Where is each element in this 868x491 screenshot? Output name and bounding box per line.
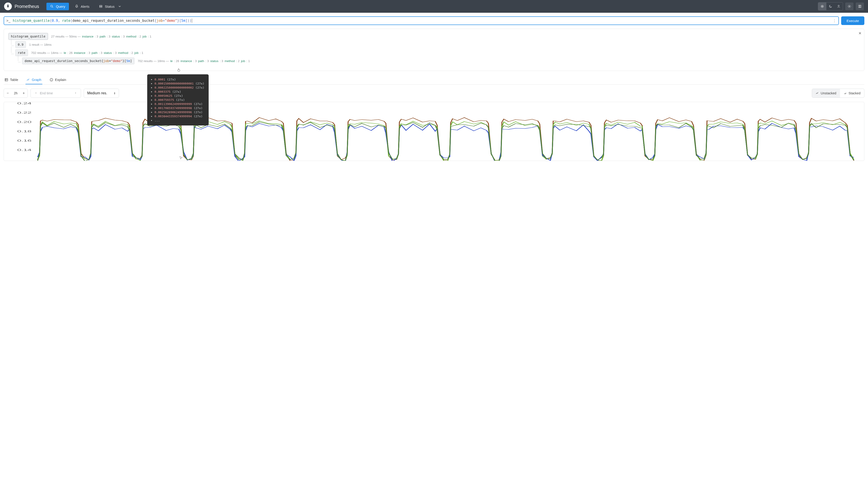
primary-nav: Query Alerts Status — [47, 3, 125, 10]
query-tree: ✕ histogram_quantile 27 results — 50ms —… — [4, 29, 864, 71]
node-meta: 702 results — 18ms — le: 26 instance: 3 … — [138, 59, 250, 63]
theme-dark[interactable] — [826, 2, 835, 10]
range-stepper: − 2h + — [4, 89, 28, 98]
node-chip[interactable]: 0.9 — [15, 41, 26, 48]
theme-toggle — [818, 2, 843, 10]
tree-node: 0.9 1 result — 18ms — [15, 41, 860, 48]
tab-explain[interactable]: Explain — [49, 76, 67, 84]
svg-text:0.18: 0.18 — [17, 130, 31, 133]
nav-alerts[interactable]: Alerts — [71, 3, 93, 10]
docs-button[interactable] — [856, 2, 864, 10]
prompt-icon: >_ — [6, 19, 10, 23]
content: >_ histogram_quantile(0.9, rate(demo_api… — [0, 13, 868, 165]
end-time-next-button[interactable] — [72, 89, 79, 97]
node-chip[interactable]: histogram_quantile — [8, 33, 48, 40]
bell-icon — [75, 4, 79, 8]
nav-alerts-label: Alerts — [81, 4, 89, 8]
range-increase-button[interactable]: + — [20, 89, 28, 97]
tab-label: Table — [10, 78, 18, 82]
svg-point-0 — [51, 5, 53, 7]
settings-button[interactable] — [845, 2, 853, 10]
query-text: histogram_quantile(0.9, rate(demo_api_re… — [13, 19, 194, 23]
theme-auto[interactable] — [835, 2, 843, 10]
end-time-prev-button[interactable] — [32, 89, 40, 97]
book-icon — [858, 4, 862, 8]
logo-group: Prometheus — [4, 2, 39, 10]
area-chart-icon — [844, 92, 847, 95]
end-time-input[interactable] — [40, 91, 72, 95]
hand-cursor-icon — [177, 68, 181, 72]
nav-status[interactable]: Status — [95, 3, 125, 10]
svg-rect-2 — [100, 7, 102, 7]
unstacked-button[interactable]: Unstacked — [812, 89, 840, 97]
node-meta: 27 results — 50ms — instance: 3 path: 3 … — [51, 35, 152, 38]
nav-status-label: Status — [105, 4, 115, 8]
graph-icon — [26, 78, 30, 82]
resolution-label: Medium res. — [87, 91, 107, 95]
tab-table[interactable]: Table — [4, 76, 19, 84]
end-time-picker — [30, 89, 81, 98]
tab-label: Graph — [32, 78, 42, 82]
tree-node-leaf: demo_api_request_duration_seconds_bucket… — [22, 58, 860, 64]
user-icon — [837, 4, 840, 8]
close-tree-button[interactable]: ✕ — [859, 31, 861, 35]
execute-button[interactable]: Execute — [841, 17, 864, 25]
moon-icon — [829, 4, 832, 8]
svg-rect-6 — [5, 79, 8, 81]
line-chart-icon — [816, 92, 819, 95]
svg-point-3 — [821, 6, 823, 7]
topbar-right — [818, 2, 864, 10]
table-icon — [4, 78, 8, 82]
svg-text:0.14: 0.14 — [17, 148, 31, 151]
query-input[interactable]: >_ histogram_quantile(0.9, rate(demo_api… — [4, 17, 839, 25]
svg-point-5 — [849, 6, 850, 7]
tab-graph[interactable]: Graph — [26, 76, 42, 84]
select-caret-icon: ▲▼ — [113, 92, 115, 94]
query-menu-button[interactable]: ⋮ — [833, 19, 836, 23]
theme-light[interactable] — [818, 2, 826, 10]
resolution-select[interactable]: Medium res. ▲▼ — [84, 89, 119, 98]
graph-controls: − 2h + Medium res. ▲▼ Unstacked Stacked — [4, 89, 864, 98]
node-chip[interactable]: rate — [15, 49, 28, 56]
topbar: Prometheus Query Alerts Status — [0, 0, 868, 13]
stacked-button[interactable]: Stacked — [840, 89, 864, 97]
tree-node-root: histogram_quantile 27 results — 50ms — i… — [8, 33, 860, 40]
svg-point-4 — [838, 5, 839, 6]
info-icon — [50, 78, 53, 82]
tab-label: Explain — [55, 78, 66, 82]
chart-canvas: 0.140.160.180.200.220.24 — [4, 102, 864, 161]
prometheus-logo-icon — [4, 2, 12, 10]
chart: 0.140.160.180.200.220.24 — [4, 102, 864, 161]
range-value: 2h — [11, 91, 20, 95]
svg-text:0.22: 0.22 — [17, 111, 31, 114]
server-icon — [99, 4, 103, 8]
label-values-tooltip: 0.0001 (27x)0.00015000000000000001 (27x)… — [147, 74, 209, 125]
chevron-down-icon — [118, 4, 121, 8]
svg-text:0.24: 0.24 — [17, 102, 31, 105]
svg-text:0.16: 0.16 — [17, 139, 31, 142]
node-chip[interactable]: demo_api_request_duration_seconds_bucket… — [22, 58, 134, 64]
stack-toggle: Unstacked Stacked — [812, 89, 864, 98]
gear-icon — [847, 4, 851, 8]
query-row: >_ histogram_quantile(0.9, rate(demo_api… — [4, 17, 864, 25]
svg-text:0.20: 0.20 — [17, 120, 31, 123]
seg-label: Stacked — [849, 91, 861, 95]
app-name: Prometheus — [15, 4, 39, 9]
nav-query[interactable]: Query — [47, 3, 69, 10]
chevron-left-icon — [34, 92, 37, 94]
range-decrease-button[interactable]: − — [4, 89, 11, 97]
node-meta: 702 results — 14ms — le: 26 instance: 3 … — [31, 51, 143, 55]
nav-query-label: Query — [56, 4, 65, 8]
search-icon — [50, 4, 54, 8]
chevron-right-icon — [74, 92, 77, 94]
sun-icon — [820, 4, 824, 8]
svg-rect-1 — [100, 5, 102, 6]
seg-label: Unstacked — [821, 91, 836, 95]
node-meta: 1 result — 18ms — [29, 43, 51, 47]
tree-node: rate 702 results — 14ms — le: 26 instanc… — [15, 49, 860, 56]
view-tabs: Table Graph Explain — [4, 76, 864, 85]
